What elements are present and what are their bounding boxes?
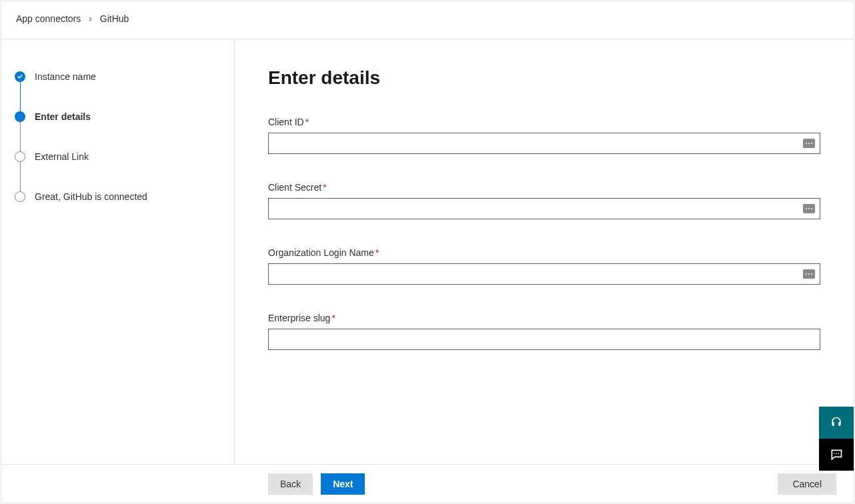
headset-icon [830,416,843,429]
field-label: Client Secret* [268,182,820,193]
circle-filled-icon [15,111,25,122]
next-button[interactable]: Next [321,473,365,495]
circle-outline-icon [15,151,25,162]
support-button[interactable] [819,407,854,439]
breadcrumb: App connectors › GitHub [1,1,854,39]
field-label: Enterprise slug* [268,313,820,323]
svg-point-0 [834,453,835,455]
required-indicator: * [323,182,326,193]
chat-icon [830,448,843,461]
step-instance-name[interactable]: Instance name [15,71,221,82]
back-button[interactable]: Back [268,473,313,495]
field-enterprise-slug: Enterprise slug* [268,313,820,350]
more-options-icon[interactable] [803,139,815,148]
breadcrumb-parent-link[interactable]: App connectors [16,13,81,24]
circle-outline-icon [15,191,25,202]
step-connected[interactable]: Great, GitHub is connected [15,191,221,202]
required-indicator: * [331,313,335,323]
client-id-input[interactable] [268,133,820,154]
step-external-link[interactable]: External Link [15,151,221,162]
field-client-id: Client ID* [268,117,820,154]
field-label: Organization Login Name* [268,247,820,258]
required-indicator: * [305,117,309,127]
enterprise-slug-input[interactable] [268,329,820,350]
chevron-right-icon: › [89,13,92,24]
field-client-secret: Client Secret* [268,182,820,219]
field-org-login-name: Organization Login Name* [268,247,820,285]
step-label: Instance name [35,71,96,82]
main-content: Enter details Client ID* Client Secret* [235,39,854,503]
svg-point-1 [836,453,837,455]
step-label: Enter details [35,111,91,122]
client-secret-input[interactable] [268,198,820,219]
step-label: External Link [35,151,89,162]
step-label: Great, GitHub is connected [35,191,147,202]
feedback-button[interactable] [819,439,854,471]
more-options-icon[interactable] [803,204,815,213]
step-enter-details[interactable]: Enter details [15,111,221,122]
svg-point-2 [838,453,840,455]
breadcrumb-current: GitHub [100,13,129,24]
cancel-button[interactable]: Cancel [778,473,836,495]
checkmark-circle-icon [15,71,25,82]
field-label: Client ID* [268,117,820,127]
steps-sidebar: Instance name Enter details External Lin… [1,39,235,503]
page-title: Enter details [268,67,820,89]
required-indicator: * [375,247,379,258]
side-action-bar [819,407,854,471]
more-options-icon[interactable] [803,269,815,279]
organization-login-name-input[interactable] [268,263,820,285]
footer: Back Next Cancel [1,464,854,503]
